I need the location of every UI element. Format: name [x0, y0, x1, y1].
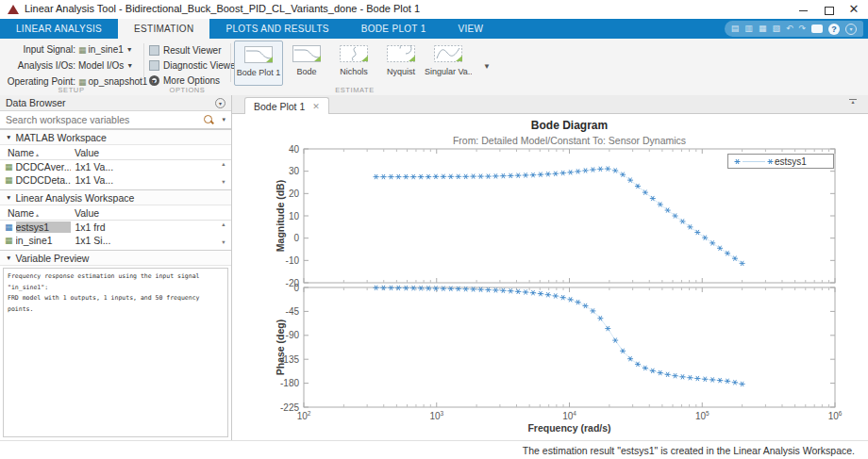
- signal-icon: ▦: [78, 45, 87, 55]
- svg-text:106: 106: [828, 410, 843, 421]
- svg-text:10: 10: [289, 211, 300, 221]
- matlab-workspace-header[interactable]: ▼ MATLAB Workspace: [0, 129, 231, 145]
- table-row-estsys1[interactable]: ▦ estsys1 1x1 frd: [0, 221, 231, 234]
- save-icon[interactable]: ▤: [731, 21, 740, 37]
- svg-text:-45: -45: [286, 306, 300, 317]
- table-scrollbar[interactable]: ▴▾: [219, 160, 228, 186]
- preview-line: Frequency response estimation using the …: [8, 271, 224, 293]
- chart-legend[interactable]: estsys1: [727, 154, 834, 169]
- estimate-bode-button[interactable]: Bode: [283, 41, 330, 84]
- nichols-icon: [340, 45, 368, 62]
- more-icon[interactable]: ▾: [845, 24, 857, 35]
- search-options-icon[interactable]: ▾: [222, 116, 225, 123]
- column-header-value[interactable]: Value: [70, 147, 99, 158]
- svg-text:0: 0: [293, 233, 299, 243]
- layout-icon[interactable]: [811, 25, 823, 33]
- svg-text:-10: -10: [286, 255, 300, 266]
- table-row-in-sine1[interactable]: ▦ in_sine1 1x1 Si...: [0, 234, 231, 247]
- analysis-ios-label: Analysis I/Os:: [2, 60, 75, 71]
- bode-plot-figure: Bode Diagram From: Detailed Model/Consta…: [232, 113, 868, 440]
- result-viewer-label[interactable]: Result Viewer: [163, 45, 222, 56]
- svg-text:Phase (deg): Phase (deg): [275, 320, 286, 376]
- variable-preview-content: Frequency response estimation using the …: [3, 268, 228, 437]
- preview-line: FRD model with 1 outputs, 1 inputs, and …: [8, 293, 224, 315]
- nyquist-icon: [387, 45, 415, 62]
- close-button[interactable]: ✕: [843, 2, 864, 17]
- signal-icon: ▦: [5, 236, 13, 245]
- chevron-down-icon: ▼: [126, 62, 133, 69]
- status-bar: The estimation result "estsys1" is creat…: [0, 440, 868, 459]
- status-message: The estimation result "estsys1" is creat…: [523, 445, 855, 456]
- estimate-bode-plot-1-button[interactable]: Bode Plot 1: [234, 41, 283, 86]
- undo-icon[interactable]: ↶: [786, 21, 793, 37]
- sort-asc-icon: ▴: [36, 152, 39, 157]
- column-header-name[interactable]: Name▴: [0, 147, 70, 158]
- tab-plots-and-results[interactable]: PLOTS AND RESULTS: [209, 19, 344, 39]
- ribbon-tab-strip: LINEAR ANALYSIS ESTIMATION PLOTS AND RES…: [0, 19, 868, 39]
- sort-asc-icon: ▴: [36, 212, 39, 218]
- search-input[interactable]: [0, 111, 231, 128]
- collapse-triangle-icon: ▼: [6, 254, 11, 261]
- estimate-nyquist-button[interactable]: Nyquist: [377, 41, 425, 84]
- gallery-overflow-button[interactable]: ▼: [483, 62, 491, 71]
- help-icon[interactable]: ?: [828, 24, 840, 35]
- panel-menu-icon[interactable]: ▾: [215, 98, 225, 108]
- analysis-ios-dropdown[interactable]: Model I/Os: [78, 60, 124, 71]
- svg-text:105: 105: [695, 410, 709, 421]
- frd-model-icon: ▦: [5, 222, 13, 232]
- options-section-label: OPTIONS: [145, 86, 229, 94]
- collapse-ribbon-icon[interactable]: ▴: [847, 98, 859, 105]
- legend-line-sample: [743, 161, 765, 162]
- column-header-value[interactable]: Value: [70, 207, 99, 219]
- title-bar: Linear Analysis Tool - Bidirectional_Buc…: [0, 0, 868, 19]
- quick-access-toolbar: ▤ ▥ ▦ ▧ ↶ ↷ ? ▾: [725, 21, 863, 37]
- section-divider: [230, 43, 231, 82]
- svg-text:40: 40: [289, 144, 300, 155]
- restore-button[interactable]: [819, 2, 840, 17]
- diagnostic-viewer-checkbox[interactable]: [149, 60, 159, 71]
- svg-text:-180: -180: [280, 378, 299, 388]
- legend-marker-icon: [733, 157, 742, 166]
- variable-icon: ▦: [5, 175, 13, 185]
- tab-bode-plot-1[interactable]: BODE PLOT 1: [345, 19, 442, 39]
- minimize-button[interactable]: [793, 2, 813, 17]
- tab-view[interactable]: VIEW: [442, 19, 500, 39]
- variable-preview-header[interactable]: ▼ Variable Preview: [0, 250, 231, 266]
- ribbon: Input Signal: ▦ in_sine1 ▼ Analysis I/Os…: [0, 39, 868, 96]
- section-divider: [143, 43, 144, 82]
- search-icon[interactable]: [204, 115, 212, 123]
- diagnostic-viewer-label[interactable]: Diagnostic Viewer: [163, 60, 239, 71]
- tab-linear-analysis[interactable]: LINEAR ANALYSIS: [0, 19, 118, 39]
- gear-icon: [149, 75, 159, 86]
- bode-icon: [292, 45, 321, 62]
- svg-text:Frequency (rad/s): Frequency (rad/s): [527, 422, 610, 434]
- input-signal-label: Input Signal:: [2, 44, 75, 55]
- redo-icon[interactable]: ↷: [798, 21, 806, 37]
- svg-text:Magnitude (dB): Magnitude (dB): [275, 180, 286, 252]
- linear-workspace-header[interactable]: ▼ Linear Analysis Workspace: [0, 189, 231, 205]
- estimate-nichols-button[interactable]: Nichols: [330, 41, 377, 84]
- legend-label: estsys1: [775, 156, 807, 167]
- tab-estimation[interactable]: ESTIMATION: [118, 19, 209, 39]
- more-options-button[interactable]: More Options: [163, 75, 220, 86]
- app-icon: [8, 5, 19, 14]
- document-tab-bode-plot-1[interactable]: Bode Plot 1 ✕: [244, 97, 329, 114]
- cut-icon[interactable]: ▥: [744, 21, 753, 37]
- input-signal-dropdown[interactable]: in_sine1: [89, 44, 124, 55]
- column-header-name[interactable]: Name▴: [0, 207, 70, 219]
- copy-icon[interactable]: ▦: [759, 21, 767, 37]
- estimate-singular-values-button[interactable]: Singular Va..: [425, 41, 472, 84]
- window-title: Linear Analysis Tool - Bidirectional_Buc…: [25, 3, 420, 14]
- section-setup: Input Signal: ▦ in_sine1 ▼ Analysis I/Os…: [0, 39, 142, 95]
- data-browser-title: Data Browser: [6, 97, 66, 108]
- estimate-section-label: ESTIMATE: [232, 86, 477, 94]
- svg-text:20: 20: [289, 189, 300, 199]
- table-row[interactable]: ▦ DCDCDeta... 1x1 Va...: [0, 173, 231, 187]
- result-viewer-checkbox[interactable]: [149, 45, 159, 56]
- svg-text:102: 102: [297, 410, 311, 421]
- collapse-triangle-icon: ▼: [6, 134, 11, 140]
- close-tab-icon[interactable]: ✕: [312, 102, 320, 111]
- paste-icon[interactable]: ▧: [772, 21, 780, 37]
- table-scrollbar[interactable]: ▴▾: [219, 221, 228, 246]
- table-row[interactable]: ▦ DCDCAver... 1x1 Va...: [0, 160, 231, 173]
